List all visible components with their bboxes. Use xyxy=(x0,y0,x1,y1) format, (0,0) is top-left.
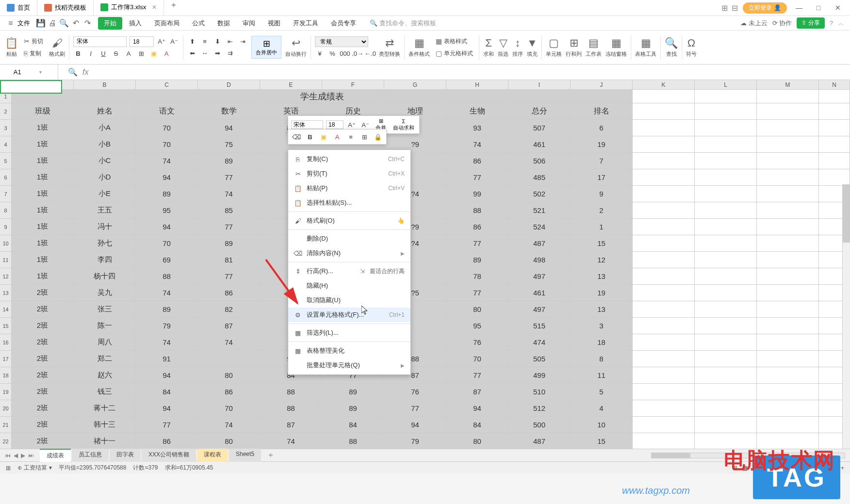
blank-cell[interactable] xyxy=(695,334,757,351)
sheet-tab[interactable]: 田字表 xyxy=(110,449,141,462)
grid2-icon[interactable]: ⊟ xyxy=(732,3,738,13)
data-cell[interactable]: 77 xyxy=(198,169,260,186)
data-cell[interactable]: 禇十一 xyxy=(74,433,136,449)
data-cell[interactable]: 506 xyxy=(508,153,571,169)
fx-label[interactable]: fx xyxy=(82,68,88,77)
data-cell[interactable]: 74 xyxy=(136,334,198,351)
status-mode-icon[interactable]: ⊞ xyxy=(6,465,11,471)
data-cell[interactable]: 2班 xyxy=(12,285,74,301)
blank-cell[interactable] xyxy=(695,103,757,120)
blank-cell[interactable] xyxy=(757,384,819,400)
blank-cell[interactable] xyxy=(695,219,757,235)
data-cell[interactable]: 1班 xyxy=(12,252,74,268)
data-cell[interactable]: 89 xyxy=(136,186,198,202)
blank-cell[interactable] xyxy=(757,367,819,384)
preview-icon[interactable]: 🔍 xyxy=(59,18,69,28)
blank-cell[interactable] xyxy=(757,90,819,103)
data-cell[interactable]: 1班 xyxy=(12,153,74,169)
symbol-button[interactable]: Ω符号 xyxy=(686,37,697,58)
blank-cell[interactable] xyxy=(819,169,850,186)
strike-button[interactable]: S xyxy=(111,49,121,59)
data-cell[interactable]: 2班 xyxy=(12,318,74,334)
status-calc[interactable]: ⊕ 工资结算 ▾ xyxy=(17,464,52,472)
blank-cell[interactable] xyxy=(757,169,819,186)
menu-item[interactable]: ⌫清除内容(N)▶ xyxy=(288,246,410,260)
data-cell[interactable]: 93 xyxy=(446,120,508,136)
data-cell[interactable]: 524 xyxy=(508,219,571,235)
blank-cell[interactable] xyxy=(633,103,695,120)
data-cell[interactable]: 81 xyxy=(198,252,260,268)
data-cell[interactable]: 9 xyxy=(571,186,633,202)
data-cell[interactable]: 74 xyxy=(198,334,260,351)
data-cell[interactable]: 2班 xyxy=(12,417,74,433)
data-cell[interactable]: 507 xyxy=(508,120,571,136)
undo-icon[interactable]: ↶ xyxy=(71,18,81,28)
data-cell[interactable]: 94 xyxy=(136,169,198,186)
data-cell[interactable]: 77 xyxy=(446,169,508,186)
data-cell[interactable]: 521 xyxy=(508,202,571,219)
data-cell[interactable]: 69 xyxy=(136,252,198,268)
row-header-8[interactable]: 8 xyxy=(0,202,12,219)
data-cell[interactable]: 74 xyxy=(260,433,322,449)
blank-cell[interactable] xyxy=(695,252,757,268)
data-cell[interactable]: 2班 xyxy=(12,433,74,449)
blank-cell[interactable] xyxy=(695,186,757,202)
align-right-icon[interactable]: ➡ xyxy=(212,49,222,58)
tab-vip[interactable]: 会员专享 xyxy=(325,17,362,30)
row-header-19[interactable]: 19 xyxy=(0,384,12,400)
redo-icon[interactable]: ↷ xyxy=(82,18,92,28)
data-cell[interactable]: 杨十四 xyxy=(74,268,136,285)
freeze-button[interactable]: ▦冻结窗格 xyxy=(605,37,627,58)
data-cell[interactable]: 76 xyxy=(446,334,508,351)
blank-cell[interactable] xyxy=(695,169,757,186)
blank-cell[interactable] xyxy=(695,120,757,136)
blank-cell[interactable] xyxy=(757,351,819,367)
header-cell[interactable]: 总分 xyxy=(508,103,571,120)
tab-add-button[interactable]: ＋ xyxy=(164,0,183,16)
blank-cell[interactable] xyxy=(757,334,819,351)
data-cell[interactable]: 485 xyxy=(508,169,571,186)
data-cell[interactable]: 79 xyxy=(384,433,446,449)
menu-item[interactable]: ✂剪切(T)Ctrl+X xyxy=(288,166,410,181)
data-cell[interactable]: 87 xyxy=(198,318,260,334)
data-cell[interactable]: 85 xyxy=(198,202,260,219)
row-header-12[interactable]: 12 xyxy=(0,268,12,285)
blank-cell[interactable] xyxy=(633,120,695,136)
blank-cell[interactable] xyxy=(695,202,757,219)
menu-item-right-label[interactable]: 最适合的行高 xyxy=(370,267,405,276)
find-button[interactable]: 🔍查找 xyxy=(665,37,678,58)
data-cell[interactable]: 78 xyxy=(446,268,508,285)
data-cell[interactable]: 13 xyxy=(571,301,633,318)
blank-cell[interactable] xyxy=(757,219,819,235)
data-cell[interactable]: 70 xyxy=(136,235,198,252)
menu-item[interactable]: ⚙设置单元格格式(F)...Ctrl+1 xyxy=(288,308,410,322)
select-all-corner[interactable] xyxy=(0,80,12,89)
col-header-H[interactable]: H xyxy=(446,80,508,89)
data-cell[interactable]: 487 xyxy=(508,235,571,252)
cells-area[interactable]: 学生成绩表班级姓名语文数学英语历史地理生物总分排名1班小A70948?93507… xyxy=(12,90,850,449)
font-select[interactable] xyxy=(73,36,127,47)
blank-cell[interactable] xyxy=(695,318,757,334)
data-cell[interactable]: 88 xyxy=(446,202,508,219)
data-cell[interactable]: 2班 xyxy=(12,351,74,367)
data-cell[interactable]: 1班 xyxy=(12,186,74,202)
blank-cell[interactable] xyxy=(695,268,757,285)
blank-cell[interactable] xyxy=(757,202,819,219)
data-cell[interactable]: 王五 xyxy=(74,202,136,219)
data-cell[interactable]: 74 xyxy=(198,186,260,202)
add-sheet-button[interactable]: ＋ xyxy=(262,450,279,460)
row-header-20[interactable]: 20 xyxy=(0,400,12,417)
data-cell[interactable]: 7 xyxy=(571,153,633,169)
data-cell[interactable]: 2班 xyxy=(12,301,74,318)
data-cell[interactable]: 89 xyxy=(446,252,508,268)
blank-cell[interactable] xyxy=(819,153,850,169)
italic-button[interactable]: I xyxy=(86,49,96,59)
data-cell[interactable]: 张三 xyxy=(74,301,136,318)
blank-cell[interactable] xyxy=(633,268,695,285)
data-cell[interactable]: 515 xyxy=(508,318,571,334)
data-cell[interactable]: 80 xyxy=(198,433,260,449)
col-header-L[interactable]: L xyxy=(695,80,757,89)
col-header-D[interactable]: D xyxy=(198,80,260,89)
align-top-icon[interactable]: ⬆ xyxy=(187,37,197,47)
data-cell[interactable]: 赵六 xyxy=(74,367,136,384)
